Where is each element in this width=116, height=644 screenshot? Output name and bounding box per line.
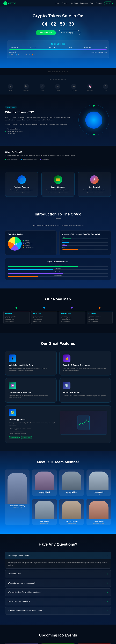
nav-roadmap[interactable]: Roadmap [80,2,88,4]
faq-question-1[interactable]: How do I participate in the ICO? − [5,552,111,560]
nav-ico-chart[interactable]: Ico Chart [71,2,78,4]
team-card-daniel: DanielWilson Community Manager [86,499,111,525]
partner-icon-zcash: ⊛ [55,84,60,89]
partner-label-algorand: Algorand [24,90,29,91]
bullet-cryptobank-2: Payback & cashback [9,430,56,432]
google-play-button[interactable]: Google Play [21,436,32,439]
what-text: About Project What Is Token ICO? An ICO,… [5,105,72,135]
team-role-charles: UI/UX Designer [61,522,82,524]
legend-advisors: Advisors [23,245,34,246]
partner-orchid: ⬡ Orchid [40,84,45,91]
team-card-jason: Jason Richard Co-Founder [32,470,57,496]
faq-question-3[interactable]: What is the purpose of your project? + [5,579,111,587]
feature-icon-cryptobank: 💹 [9,409,16,416]
team-role-james: Lead Developer [61,493,82,494]
apple-store-button[interactable]: Apple Store [9,436,20,439]
allocation-bars: 20% 15% 10% [62,237,108,250]
roadmap-dot-token-test [43,306,46,309]
gov-fill-2 [8,269,53,270]
legend-pr: PR Engagement [23,247,34,248]
partner-algorand: M Algorand [24,84,29,91]
gov-fill-1 [8,266,78,267]
legend-label-advisors: Advisors [25,245,30,246]
team-info-daniel: DanielWilson Community Manager [86,519,111,525]
nav-features[interactable]: Features [62,2,68,4]
hero-buttons: Get Started Now Read Whitepaper → [4,30,112,35]
hero-title: Crypto Token Sale is On [4,13,112,18]
what-bullets: Token distributions Decentralized author… [5,128,72,135]
roadmap-phase-alpha: Alpha Test [88,312,111,314]
token-progress-bar [10,49,106,50]
faq-question-2[interactable]: What is an ICO? + [5,570,111,578]
avatar-placeholder-james [62,472,81,490]
dot-token [10,54,10,56]
alloc-label-2: 15% [62,240,65,242]
step-icon-deposit: 💳 [54,175,62,184]
token-labels: Token Reserve Bounty Team [10,54,106,56]
token-structure: Token Structure Token name CRYCO Soft Li… [7,40,109,58]
partner-label-orchid: Orchid [40,90,44,91]
roadmap-phase-app-beta: App Beta Test [61,312,83,314]
features-title: Our Great Features [5,341,111,346]
feature-title-identity: Protect The Identity [63,391,107,394]
event-card-2: 🌐 ▸ June 20th, 2024 Crypto Summit: Unloc… [41,643,75,644]
partner-label-ethereum: Ethereum [71,90,77,91]
partner-dydx: D dydx [103,84,108,91]
faq-icon-4: + [106,591,108,594]
alloc-row-1: 20% [62,237,108,239]
introduction-section: Introduction To The Cryco Tokenism Learn… [0,204,116,288]
step-desc-register: To open digital account. To participate,… [9,189,34,193]
cryptobank-inner: 💹 Mobile Cryptobank Banking services at … [9,409,107,439]
faq-title: Have Any Questions? [5,542,111,546]
nav-blog[interactable]: Blog [90,2,93,4]
avatar-placeholder-charles [62,501,81,519]
event-card-1: 🎤 ▸ May 15th, 2024 Token Launch 2024: Un… [5,643,38,644]
team-info-james: James William Lead Developer [59,490,84,496]
why-item-2: Decentralized authority [21,158,37,160]
team-name-robert: Robert David [88,491,110,493]
step-icon-register: 👤 [18,175,26,184]
pie-percent: 70% [12,242,17,245]
faq-q4-text: What are the benefits of holding your to… [8,591,42,593]
roadmap-dot-research [15,306,18,309]
roadmap-items-alpha: Token Sale PreparationICO LaunchExchange… [88,315,111,322]
allocation-card: Allocation Of Resources From The Token -… [59,230,111,255]
partner-uniswap: 🦄 Uniswap [87,84,93,91]
nav-home[interactable]: Home [55,2,59,4]
cryptobank-text: 💹 Mobile Cryptobank Banking services at … [9,409,56,439]
faq-question-6[interactable]: Is there a minimum investment requiremen… [5,607,111,614]
faq-section: Have Any Questions? How do I participate… [0,534,116,624]
phone-mockup [60,410,107,434]
dot-bounty [24,54,26,56]
team-card-james: James William Lead Developer [59,470,84,496]
faq-question-5[interactable]: How is the token distributed? + [5,598,111,605]
team-avatar-robert [86,470,111,490]
header: C CRYCO Home Features Ico Chart Roadmap … [0,0,116,6]
nav-contact[interactable]: Contact [96,2,102,4]
faq-q2-text: What is an ICO? [8,573,20,575]
events-section: Upcoming Ico Events 🎤 ▸ May 15th, 2024 T… [0,624,116,644]
feature-title-mobile: Mobile Payment Make Easy [9,364,53,366]
logo[interactable]: C CRYCO [4,1,16,5]
faq-item-6: Is there a minimum investment requiremen… [5,607,111,615]
feature-icon-mobile: 📱 [9,354,16,362]
roadmap-phase-research: Research [5,312,28,314]
countdown-hours: 04 [42,21,47,27]
get-started-button[interactable]: Get Started Now [36,30,56,35]
why-dot-2 [21,159,22,160]
feature-buttons-cryptobank: Apple Store Google Play [9,436,56,439]
team-card-charles: Charles Thomas UI/UX Designer [59,499,84,525]
faq-icon-5: + [106,600,108,603]
partners-row: ▲ Apex M Algorand ⬡ Orchid ⊛ Zcash ◆ Eth… [4,84,112,91]
bullet-3: Token Vault [5,132,72,135]
event-card-3: 💡 ▸ July 8th, 2024 Crypto Arbitrage: Con… [78,643,111,644]
gov-label-3: Reputation [55,271,61,272]
faq-question-4[interactable]: What are the benefits of holding your to… [5,588,111,596]
login-button[interactable]: Login [104,2,112,5]
events-grid: 🎤 ▸ May 15th, 2024 Token Launch 2024: Un… [5,643,111,644]
whitepaper-button[interactable]: Read Whitepaper → [58,30,80,35]
team-avatar-daniel [86,499,111,519]
features-grid: 📱 Mobile Payment Make Easy Wallet pay ev… [5,351,111,443]
token-name-label: Token name [10,46,18,48]
what-desc1: An ICO, or Initial Coin Offering, is a f… [5,116,72,121]
